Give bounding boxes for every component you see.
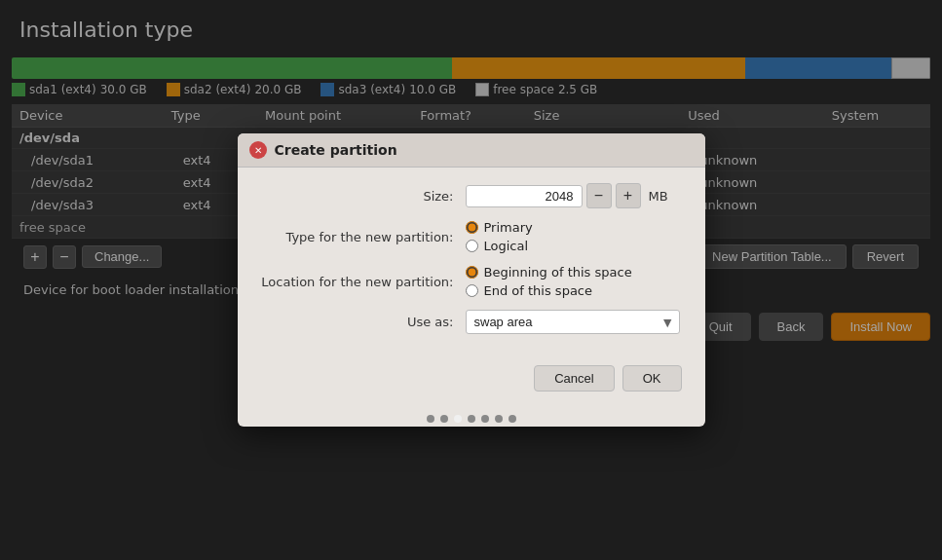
location-end-label: End of this space	[484, 283, 593, 298]
location-label: Location for the new partition:	[261, 275, 466, 289]
dialog-title: Create partition	[275, 142, 397, 158]
dot-0	[427, 415, 434, 423]
modal-overlay: ✕ Create partition Size: 2048 − + MB Typ…	[0, 0, 942, 560]
dialog-footer: Cancel OK	[238, 357, 705, 407]
size-label: Size:	[261, 189, 466, 204]
cancel-button[interactable]: Cancel	[534, 365, 614, 392]
size-input-group: 2048 − + MB	[466, 183, 682, 208]
size-row: Size: 2048 − + MB	[261, 183, 682, 208]
dot-2	[454, 415, 462, 423]
use-as-select-wrapper: swap area Ext4 journaling file system Ex…	[466, 310, 680, 334]
use-as-select[interactable]: swap area Ext4 journaling file system Ex…	[466, 310, 680, 334]
type-logical-label: Logical	[484, 239, 529, 253]
dot-5	[495, 415, 503, 423]
partition-type-row: Type for the new partition: Primary Logi…	[261, 220, 682, 253]
location-beginning-label: Beginning of this space	[484, 265, 632, 280]
dialog-titlebar: ✕ Create partition	[238, 133, 705, 168]
type-primary-option[interactable]: Primary	[466, 220, 682, 235]
dot-3	[468, 415, 475, 423]
ok-button[interactable]: OK	[622, 365, 682, 392]
dialog-close-button[interactable]: ✕	[249, 141, 267, 159]
size-unit: MB	[649, 189, 668, 204]
type-label: Type for the new partition:	[261, 230, 466, 244]
dot-6	[509, 415, 516, 423]
type-logical-option[interactable]: Logical	[466, 239, 682, 253]
location-end-radio[interactable]	[466, 284, 478, 297]
location-row: Location for the new partition: Beginnin…	[261, 265, 682, 298]
create-partition-dialog: ✕ Create partition Size: 2048 − + MB Typ…	[238, 133, 705, 427]
location-end-option[interactable]: End of this space	[466, 283, 682, 298]
type-primary-label: Primary	[484, 220, 533, 235]
size-input[interactable]: 2048	[466, 185, 583, 207]
size-increase-button[interactable]: +	[616, 183, 641, 208]
use-as-control: swap area Ext4 journaling file system Ex…	[466, 310, 682, 334]
location-radio-group: Beginning of this space End of this spac…	[466, 265, 682, 298]
type-radio-group: Primary Logical	[466, 220, 682, 253]
type-logical-radio[interactable]	[466, 240, 478, 252]
use-as-row: Use as: swap area Ext4 journaling file s…	[261, 310, 682, 334]
location-beginning-option[interactable]: Beginning of this space	[466, 265, 682, 280]
size-decrease-button[interactable]: −	[586, 183, 612, 208]
progress-dots	[238, 407, 705, 427]
dot-1	[440, 415, 448, 423]
dot-4	[481, 415, 489, 423]
dialog-body: Size: 2048 − + MB Type for the new parti…	[238, 168, 705, 357]
use-as-label: Use as:	[261, 315, 466, 329]
location-beginning-radio[interactable]	[466, 266, 478, 279]
type-primary-radio[interactable]	[466, 221, 478, 234]
